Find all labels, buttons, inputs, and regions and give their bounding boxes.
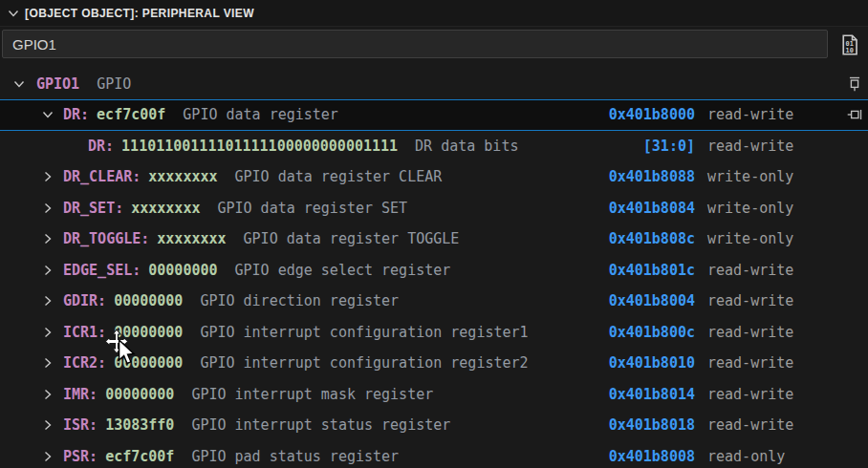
register-description: GPIO (97, 75, 131, 93)
binary-file-button[interactable]: 01 10 (837, 32, 862, 57)
register-name: ICR1: (63, 324, 106, 341)
register-description: GPIO pad status register (191, 448, 399, 465)
register-tree: GPIO1GPIO DR:ecf7c00fGPIO data register0… (0, 69, 868, 468)
register-description: GPIO data register (183, 106, 338, 123)
register-name: DR_SET: (63, 200, 123, 217)
register-access: read-write (707, 324, 803, 341)
chevron-right-icon[interactable] (40, 325, 55, 340)
register-address: 0x401b8084 (609, 200, 695, 217)
binary-file-icon: 01 10 (838, 33, 861, 56)
register-value: ecf7c00f (97, 106, 165, 123)
search-input[interactable] (2, 30, 828, 58)
chevron-right-icon[interactable] (40, 417, 55, 433)
chevron-right-icon[interactable] (40, 201, 55, 216)
tree-row-edge_sel[interactable]: EDGE_SEL:00000000GPIO edge select regist… (0, 255, 868, 287)
register-name: DR_CLEAR: (63, 168, 141, 185)
chevron-right-icon[interactable] (40, 449, 55, 464)
register-description: GPIO interrupt status register (191, 416, 450, 434)
register-name: ICR2: (63, 354, 106, 372)
tree-row-icr1[interactable]: ICR1:00000000GPIO interrupt configuratio… (0, 317, 868, 349)
register-access: read-write (707, 416, 803, 434)
register-address: 0x401b8014 (609, 386, 695, 403)
tree-row-imr[interactable]: IMR:00000000GPIO interrupt mask register… (0, 379, 868, 411)
register-name: IMR: (63, 386, 98, 403)
register-description: GPIO data register SET (217, 200, 407, 217)
register-description: GPIO interrupt mask register (191, 386, 433, 403)
tree-row-dr_clear[interactable]: DR_CLEAR:xxxxxxxxGPIO data register CLEA… (0, 161, 868, 193)
register-value: 00000000 (114, 324, 183, 341)
tree-row-dr_set[interactable]: DR_SET:xxxxxxxxGPIO data register SET0x4… (0, 193, 868, 224)
register-value: 13083ff0 (105, 416, 174, 434)
register-value: xxxxxxxx (148, 168, 217, 185)
register-description: GPIO data register CLEAR (235, 168, 443, 185)
register-value: 11101100111101111100000000001111 (121, 138, 398, 155)
chevron-right-icon[interactable] (40, 387, 55, 402)
register-access: read-write (707, 138, 803, 155)
register-value: 00000000 (105, 386, 174, 403)
register-address: 0x401b8010 (609, 354, 695, 372)
panel-header[interactable]: [OBJECT OBJECT]: PERIPHERAL VIEW (0, 0, 868, 27)
tree-row-dr_toggle[interactable]: DR_TOGGLE:xxxxxxxxGPIO data register TOG… (0, 223, 868, 255)
register-name: DR: (88, 138, 114, 155)
tree-row-gdir[interactable]: GDIR:00000000GPIO direction register0x40… (0, 286, 868, 317)
pin-icon (846, 106, 863, 123)
register-name: ISR: (63, 416, 98, 434)
chevron-down-icon[interactable] (11, 76, 27, 92)
register-value: xxxxxxxx (131, 200, 200, 217)
chevron-right-icon[interactable] (40, 169, 55, 184)
tree-row-dr[interactable]: DR:ecf7c00fGPIO data register0x401b8000r… (0, 99, 868, 131)
register-name: EDGE_SEL: (63, 262, 141, 279)
register-name: GPIO1 (36, 75, 79, 93)
chevron-right-icon[interactable] (40, 355, 55, 371)
register-description: GPIO direction register (200, 292, 399, 309)
chevron-down-icon (6, 6, 21, 21)
register-access: read-write (707, 354, 803, 372)
register-description: GPIO interrupt configuration register1 (200, 324, 528, 341)
tree-row-icr2[interactable]: ICR2:00000000GPIO interrupt configuratio… (0, 348, 868, 379)
svg-text:10: 10 (846, 47, 854, 54)
pin-slot[interactable] (803, 75, 868, 93)
register-address: 0x401b800c (609, 324, 695, 341)
register-name: GDIR: (63, 292, 106, 309)
register-access: write-only (707, 168, 803, 185)
register-description: GPIO data register TOGGLE (244, 230, 460, 247)
register-access: write-only (707, 230, 803, 247)
register-address: 0x401b8004 (609, 292, 695, 309)
register-name: DR: (63, 106, 89, 123)
chevron-down-icon[interactable] (40, 107, 55, 122)
pin-icon (846, 75, 863, 93)
register-value: 00000000 (114, 292, 183, 309)
tree-row-psr[interactable]: PSR:ecf7c00fGPIO pad status register0x40… (0, 441, 868, 468)
chevron-right-icon[interactable] (40, 231, 55, 246)
register-access: write-only (707, 200, 803, 217)
tree-row-isr[interactable]: ISR:13083ff0GPIO interrupt status regist… (0, 410, 868, 441)
register-access: read-write (707, 262, 803, 279)
tree-row-dr[interactable]: DR:11101100111101111100000000001111DR da… (0, 131, 868, 162)
pin-slot[interactable] (803, 106, 868, 123)
register-access: read-only (707, 448, 803, 465)
register-description: DR data bits (415, 138, 518, 155)
register-access: read-write (707, 106, 803, 123)
register-name: PSR: (63, 448, 98, 465)
register-access: read-write (707, 292, 803, 309)
register-description: GPIO interrupt configuration register2 (200, 354, 528, 372)
register-value: 00000000 (148, 262, 217, 279)
register-value: xxxxxxxx (157, 230, 226, 247)
chevron-right-icon[interactable] (40, 293, 55, 308)
chevron-right-icon[interactable] (40, 263, 55, 278)
register-value: 00000000 (114, 354, 183, 372)
register-address: 0x401b8000 (609, 106, 695, 123)
register-address: 0x401b8018 (609, 416, 695, 434)
register-description: GPIO edge select register (235, 262, 451, 279)
register-name: DR_TOGGLE: (63, 230, 149, 247)
panel-title: [OBJECT OBJECT]: PERIPHERAL VIEW (25, 7, 254, 20)
register-address: 0x401b801c (609, 262, 695, 279)
register-address: 0x401b8088 (609, 168, 695, 185)
register-value: ecf7c00f (105, 448, 174, 465)
tree-row-gpio1[interactable]: GPIO1GPIO (0, 69, 868, 100)
register-address: [31:0] (643, 138, 695, 155)
register-address: 0x401b8008 (609, 448, 695, 465)
register-address: 0x401b808c (609, 230, 695, 247)
register-access: read-write (707, 386, 803, 403)
